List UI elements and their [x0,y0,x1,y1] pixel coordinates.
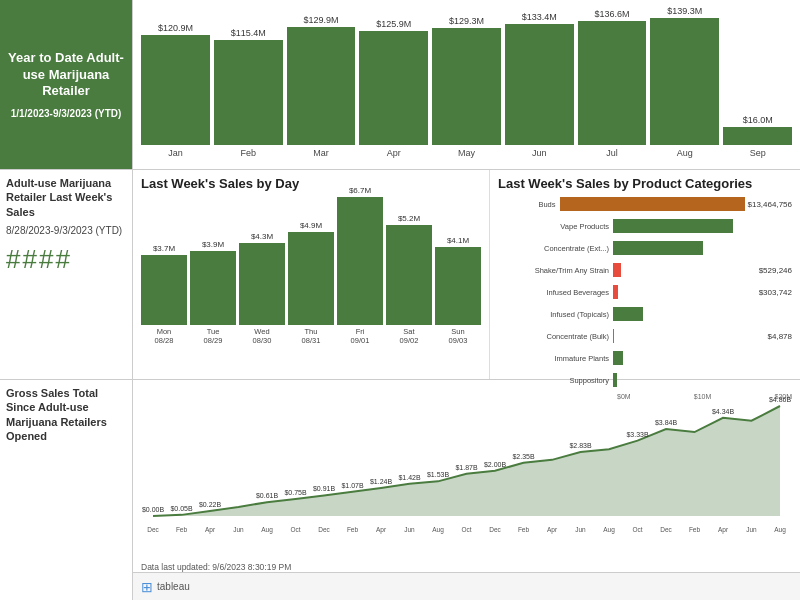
bar-col: $120.9MJan [141,23,210,158]
product-row: Buds$13,464,756 [498,195,792,213]
day-col: $4.3MWed08/30 [239,232,285,345]
footer: ⊞ tableau [133,572,800,600]
bar-rect [650,18,719,145]
product-value-label: $4,878 [768,332,792,341]
x-axis-label: Dec [489,526,501,533]
day-bar-rect [386,225,432,325]
day-bars: $3.7MMon08/28$3.9MTue08/29$4.3MWed08/30$… [141,195,481,345]
day-bottom-label: Wed08/30 [253,327,272,345]
product-bar-wrap [613,219,789,233]
x-axis-label: Aug [432,526,444,534]
bar-value-label: $129.3M [449,16,484,26]
day-value-label: $4.1M [447,236,469,245]
product-row: Shake/Trim Any Strain$529,246 [498,261,792,279]
x-axis-label: Oct [290,526,300,533]
bar-month-label: Jun [532,148,547,158]
day-col: $3.7MMon08/28 [141,244,187,345]
day-bar-rect [239,243,285,325]
chart-value-label: $0.91B [313,485,336,492]
day-bottom-label: Tue08/29 [204,327,223,345]
product-row: Concentrate (Bulk)$4,878 [498,327,792,345]
day-value-label: $6.7M [349,186,371,195]
product-bar-inner [613,373,617,387]
bar-value-label: $16.0M [743,115,773,125]
bar-col: $133.4MJun [505,12,574,158]
day-col: $6.7MFri09/01 [337,186,383,345]
sidebar-gross: Gross Sales Total Since Adult-use Mariju… [0,380,132,600]
bar-month-label: May [458,148,475,158]
daily-chart-panel: Last Week's Sales by Day $3.7MMon08/28$3… [133,170,490,379]
x-axis-label: Feb [347,526,359,533]
chart-value-label: $4.86B [769,396,792,403]
chart-value-label: $2.35B [512,453,535,460]
sidebar: Year to Date Adult-use Marijuana Retaile… [0,0,133,600]
gross-label: Gross Sales Total Since Adult-use Mariju… [6,386,126,443]
day-col: $4.1MSun09/03 [435,236,481,345]
product-category-label: Shake/Trim Any Strain [498,266,613,275]
weekly-value: #### [6,244,126,275]
x-axis-label: Jun [404,526,415,533]
bar-rect [359,31,428,145]
daily-chart-title: Last Week's Sales by Day [141,176,481,191]
chart-value-label: $3.33B [626,431,649,438]
chart-value-label: $0.05B [170,505,193,512]
product-bar-wrap [613,373,789,387]
day-bar-rect [435,247,481,325]
day-bottom-label: Mon08/28 [155,327,174,345]
x-axis-label: Aug [603,526,615,534]
day-value-label: $4.3M [251,232,273,241]
product-category-label: Concentrate (Ext...) [498,244,613,253]
bar-rect [214,40,283,145]
product-bar-wrap [613,263,756,277]
x-axis-label: Apr [547,526,558,534]
product-bar-wrap [613,241,789,255]
x-axis-label: Apr [205,526,216,534]
weekly-date: 8/28/2023-9/3/2023 (YTD) [6,225,126,236]
day-bottom-label: Fri09/01 [351,327,370,345]
product-category-label: Vape Products [498,222,613,231]
bar-month-label: Mar [313,148,329,158]
bar-month-label: Apr [387,148,401,158]
chart-value-label: $0.22B [199,501,222,508]
bar-rect [723,127,792,145]
product-chart-panel: Last Week's Sales by Product Categories … [490,170,800,379]
middle-row: Last Week's Sales by Day $3.7MMon08/28$3… [133,170,800,380]
day-value-label: $3.9M [202,240,224,249]
cumulative-chart: $0.00B$0.05B$0.22B$0.61B$0.75B$0.91B$1.0… [133,380,800,572]
product-value-label: $13,464,756 [748,200,793,209]
product-bar-inner [613,219,733,233]
x-axis-label: Feb [518,526,530,533]
chart-value-label: $1.53B [427,471,450,478]
day-bottom-label: Thu08/31 [302,327,321,345]
chart-value-label: $1.42B [398,474,421,481]
bar-month-label: Jan [168,148,183,158]
chart-value-label: $3.84B [655,419,678,426]
product-category-label: Buds [498,200,560,209]
product-category-label: Concentrate (Bulk) [498,332,613,341]
tableau-text: tableau [157,581,190,592]
product-bar-inner [613,329,614,343]
x-axis-label: Feb [176,526,188,533]
bar-rect [287,27,356,145]
day-bottom-label: Sat09/02 [400,327,419,345]
x-axis-label: Feb [689,526,701,533]
x-axis-label: Apr [376,526,387,534]
dashboard: Year to Date Adult-use Marijuana Retaile… [0,0,800,600]
bar-value-label: $136.6M [595,9,630,19]
ytd-bar-chart: $120.9MJan$115.4MFeb$129.9MMar$125.9MApr… [133,0,800,170]
chart-value-label: $2.00B [484,461,507,468]
x-axis-label: Jun [746,526,757,533]
x-axis-label: Dec [318,526,330,533]
x-axis-label: Dec [660,526,672,533]
sidebar-ytd: Year to Date Adult-use Marijuana Retaile… [0,0,132,170]
bar-rect [505,24,574,145]
product-bar-wrap [613,329,765,343]
day-value-label: $5.2M [398,214,420,223]
cumulative-svg: $0.00B$0.05B$0.22B$0.61B$0.75B$0.91B$1.0… [141,386,792,560]
bar-col: $136.6MJul [578,9,647,158]
chart-value-label: $2.83B [569,442,592,449]
bar-rect [578,21,647,145]
product-row: Vape Products [498,217,792,235]
bar-rect [141,35,210,145]
ytd-bars: $120.9MJan$115.4MFeb$129.9MMar$125.9MApr… [141,6,792,178]
